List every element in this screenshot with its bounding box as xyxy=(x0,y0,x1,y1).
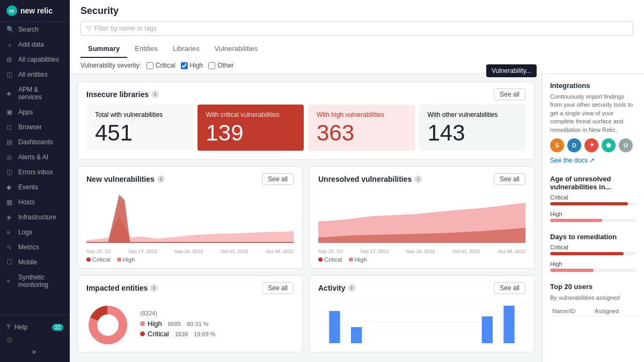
new-vuln-chart xyxy=(78,189,302,249)
top-users-subtitle: By vulnerabilities assigned xyxy=(550,294,636,302)
high-legend-item: High 6685 80.31 % xyxy=(140,320,216,328)
critical-checkbox-label[interactable]: Critical xyxy=(147,62,175,69)
logo: nr new relic xyxy=(0,0,70,22)
new-vuln-x-axis: Sep 10, '22 Sep 17, 2022 Sep 24, 2022 Oc… xyxy=(78,249,302,254)
days-critical-track xyxy=(550,252,636,255)
other-vuln-box: With other vulnerabilities 143 xyxy=(419,105,526,151)
errors-icon: ◫ xyxy=(6,168,14,176)
high-entity-pct: 80.31 % xyxy=(187,321,208,327)
age-unresolved-section: Age of unresolved vulnerabilities in... … xyxy=(550,175,636,222)
sidebar-item-events[interactable]: ◆ Events xyxy=(0,180,70,195)
sidebar-item-dashboards[interactable]: ▤ Dashboards xyxy=(0,135,70,150)
impacted-entities-see-all[interactable]: See all xyxy=(262,282,294,294)
right-panel: Integrations Continuously import finding… xyxy=(542,74,644,362)
see-docs-link[interactable]: See the docs ↗ xyxy=(550,157,636,164)
vulnerability-button[interactable]: Vulnerability... xyxy=(486,64,537,77)
help-button[interactable]: ? Help 32 xyxy=(0,320,70,335)
sidebar-item-add-data[interactable]: ＋ Add data xyxy=(0,37,70,52)
tab-entities[interactable]: Entities xyxy=(127,40,165,58)
sidebar-item-hosts[interactable]: ▦ Hosts xyxy=(0,195,70,210)
new-vulnerabilities-card: New vulnerabilities i See all xyxy=(77,166,303,269)
age-high-metric: High xyxy=(550,211,636,222)
sidebar-item-apm[interactable]: ◈ APM & services xyxy=(0,82,70,105)
age-critical-metric: Critical xyxy=(550,194,636,205)
high-checkbox[interactable] xyxy=(181,62,188,69)
sidebar-item-infrastructure[interactable]: ◈ Infrastructure xyxy=(0,210,70,225)
integration-icon-2[interactable]: ✦ xyxy=(584,138,598,152)
integration-icon-4[interactable]: U xyxy=(619,138,633,152)
integration-icon-1[interactable]: D xyxy=(567,138,581,152)
high-checkbox-label[interactable]: High xyxy=(181,62,203,69)
critical-checkbox[interactable] xyxy=(147,62,153,69)
integration-icon-3[interactable]: ◉ xyxy=(602,138,616,152)
info-icon-impacted: i xyxy=(150,284,158,292)
filter-bar[interactable]: ▽ Filter by name or tags xyxy=(80,21,633,36)
critical-entity-count: 1639 xyxy=(175,331,188,337)
other-checkbox[interactable] xyxy=(208,62,215,69)
new-vuln-see-all[interactable]: See all xyxy=(262,173,294,185)
sidebar-item-mobile[interactable]: ☐ Mobile xyxy=(0,255,70,270)
insecure-libraries-card: Insecure libraries i See all Total with … xyxy=(77,82,535,160)
plus-icon: ＋ xyxy=(6,41,14,48)
sidebar-item-all-entities[interactable]: ◫ All entities xyxy=(0,67,70,82)
sidebar-item-search[interactable]: 🔍 Search xyxy=(0,22,70,37)
activity-see-all[interactable]: See all xyxy=(494,282,525,294)
other-checkbox-label[interactable]: Other xyxy=(208,62,233,69)
user-avatar[interactable] xyxy=(6,337,13,343)
new-vuln-header: New vulnerabilities i See all xyxy=(78,167,302,189)
new-vuln-legend: Critical High xyxy=(78,254,302,268)
total-vuln-box: Total with vulnerabilities 451 xyxy=(86,105,193,151)
info-icon-new-vuln: i xyxy=(157,175,165,183)
events-icon: ◆ xyxy=(6,183,14,191)
age-high-fill xyxy=(550,219,602,222)
high-legend-dot xyxy=(117,257,121,262)
unresolved-vuln-legend: Critical High xyxy=(310,254,534,268)
app-name: new relic xyxy=(20,6,53,15)
insecure-libraries-header: Insecure libraries i See all xyxy=(78,82,534,105)
unresolved-vuln-header: Unresolved vulnerabilities i See all xyxy=(310,167,534,189)
top-users-table: Name/ID Assigned xyxy=(550,306,636,316)
insecure-libraries-see-all[interactable]: See all xyxy=(494,88,525,100)
entities-icon: ◫ xyxy=(6,71,14,78)
unresolved-vulnerabilities-card: Unresolved vulnerabilities i See all xyxy=(309,166,535,269)
center-panel: Insecure libraries i See all Total with … xyxy=(70,74,542,362)
logo-icon: nr xyxy=(6,5,17,16)
synthetic-icon: ⌖ xyxy=(6,277,14,285)
sidebar-label: Hosts xyxy=(18,198,35,206)
activity-header: Activity i See all xyxy=(310,276,534,298)
critical-legend-dot-2 xyxy=(318,257,323,262)
search-icon: 🔍 xyxy=(6,26,14,33)
sidebar-item-logs[interactable]: ≡ Logs xyxy=(0,225,70,240)
age-critical-label: Critical xyxy=(550,194,636,201)
days-critical-fill xyxy=(550,252,624,255)
metrics-icon: ∿ xyxy=(6,243,14,251)
collapse-button[interactable]: ▶ xyxy=(0,345,70,358)
integration-icon-0[interactable]: S xyxy=(550,138,564,152)
sidebar-item-alerts[interactable]: ◎ Alerts & AI xyxy=(0,150,70,165)
dashboards-icon: ▤ xyxy=(6,138,14,146)
tab-vulnerabilities[interactable]: Vulnerabilities xyxy=(207,40,265,58)
days-high-metric: High xyxy=(550,261,636,272)
sidebar-item-errors[interactable]: ◫ Errors inbox xyxy=(0,165,70,180)
critical-vuln-label: With critical vulnerabilities xyxy=(206,111,296,119)
impacted-entities-title: Impacted entities i xyxy=(86,284,158,292)
sidebar-item-metrics[interactable]: ∿ Metrics xyxy=(0,240,70,255)
sidebar-item-browser[interactable]: ◻ Browser xyxy=(0,120,70,135)
sidebar-item-all-capabilities[interactable]: ⊞ All capabilities xyxy=(0,52,70,67)
col-name: Name/ID xyxy=(550,306,592,316)
tab-libraries[interactable]: Libraries xyxy=(165,40,207,58)
sidebar-item-apps[interactable]: ▣ Apps xyxy=(0,105,70,120)
unresolved-vuln-chart xyxy=(310,189,534,249)
sidebar-label: APM & services xyxy=(18,86,63,101)
svg-rect-7 xyxy=(351,327,362,343)
critical-legend-dot xyxy=(86,257,91,262)
unresolved-vuln-see-all[interactable]: See all xyxy=(494,173,525,185)
days-critical-label: Critical xyxy=(550,244,636,250)
tab-summary[interactable]: Summary xyxy=(80,40,127,58)
new-vuln-title: New vulnerabilities i xyxy=(86,175,165,183)
high-vuln-number: 363 xyxy=(317,122,406,144)
sidebar-item-synthetic[interactable]: ⌖ Synthetic monitoring xyxy=(0,270,70,292)
other-vuln-label: With other vulnerabilities xyxy=(428,111,517,119)
vulnerability-summary-row: Total with vulnerabilities 451 With crit… xyxy=(78,105,534,159)
help-label: Help xyxy=(14,323,28,331)
